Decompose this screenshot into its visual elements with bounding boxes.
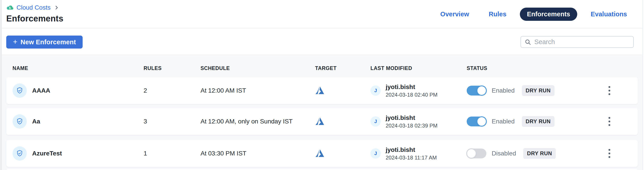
dry-run-badge: DRY RUN <box>523 148 556 159</box>
shield-check-icon <box>12 146 27 160</box>
toggle-knob <box>466 148 476 158</box>
new-enforcement-button-label: New Enforcement <box>20 39 76 46</box>
new-enforcement-button[interactable]: + New Enforcement <box>6 36 82 49</box>
dry-run-badge: DRY RUN <box>522 116 554 127</box>
azure-icon <box>315 149 325 158</box>
cloud-dollar-icon: $ <box>6 5 14 11</box>
table-row[interactable]: AAAA 2 At 12:00 AM IST J jyoti.bisht 202… <box>6 77 638 104</box>
status-toggle[interactable] <box>467 116 486 126</box>
modified-by: jyoti.bisht <box>386 146 437 153</box>
enforcement-name: Aa <box>32 118 40 125</box>
plus-icon: + <box>13 38 18 45</box>
toolbar: + New Enforcement <box>0 29 644 55</box>
tab-evaluations[interactable]: Evaluations <box>591 11 627 18</box>
table-row[interactable]: Aa 3 At 12:00 AM, only on Sunday IST J j… <box>6 108 638 135</box>
search-box[interactable] <box>520 36 634 48</box>
table-row-partial[interactable] <box>6 169 638 170</box>
column-header-name: NAME <box>12 65 144 71</box>
status-toggle[interactable] <box>467 86 486 95</box>
rules-count: 2 <box>144 87 200 94</box>
page-header: $ Cloud Costs Enforcements Overview Rule… <box>0 0 644 28</box>
table-row[interactable]: AzureTest 1 At 03:30 PM IST J jyoti.bish… <box>6 140 638 167</box>
column-header-schedule: SCHEDULE <box>200 65 315 71</box>
schedule-text: At 03:30 PM IST <box>200 150 315 157</box>
header-tabs: Overview Rules Enforcements Evaluations <box>440 0 627 28</box>
enforcements-table: NAME RULES SCHEDULE TARGET LAST MODIFIED… <box>0 56 644 170</box>
tab-rules[interactable]: Rules <box>489 11 506 18</box>
azure-icon <box>315 117 325 126</box>
rules-count: 3 <box>144 118 200 125</box>
status-label: Enabled <box>492 118 515 125</box>
table-header-row: NAME RULES SCHEDULE TARGET LAST MODIFIED… <box>6 56 638 71</box>
column-header-last-modified: LAST MODIFIED <box>370 65 467 71</box>
kebab-menu-icon[interactable] <box>604 146 614 160</box>
azure-icon <box>315 86 325 95</box>
modified-by: jyoti.bisht <box>386 114 438 121</box>
window-right-edge <box>643 0 644 170</box>
shield-check-icon <box>12 114 27 129</box>
breadcrumb-cloud-costs-link[interactable]: Cloud Costs <box>16 4 51 11</box>
window-left-edge <box>0 0 2 170</box>
modified-at: 2024-03-18 02:40 PM <box>386 92 438 98</box>
rules-count: 1 <box>144 150 200 157</box>
enforcements-page: $ Cloud Costs Enforcements Overview Rule… <box>0 0 644 170</box>
tab-enforcements[interactable]: Enforcements <box>520 8 577 21</box>
status-toggle[interactable] <box>467 148 486 158</box>
tab-overview[interactable]: Overview <box>440 11 469 18</box>
enforcement-name: AAAA <box>32 87 50 94</box>
column-header-rules: RULES <box>144 65 200 71</box>
status-label: Enabled <box>492 87 515 94</box>
schedule-text: At 12:00 AM IST <box>200 87 315 94</box>
search-input[interactable] <box>534 38 630 46</box>
search-icon <box>524 39 531 45</box>
avatar: J <box>370 116 381 127</box>
avatar: J <box>370 85 381 96</box>
column-header-status: STATUS <box>467 65 604 71</box>
modified-at: 2024-03-18 02:39 PM <box>386 123 438 129</box>
schedule-text: At 12:00 AM, only on Sunday IST <box>200 118 315 125</box>
shield-check-icon <box>12 83 27 98</box>
svg-text:$: $ <box>9 6 11 10</box>
modified-by: jyoti.bisht <box>386 83 438 91</box>
toggle-knob <box>476 85 487 96</box>
kebab-menu-icon[interactable] <box>604 114 614 129</box>
enforcement-name: AzureTest <box>32 150 62 157</box>
dry-run-badge: DRY RUN <box>522 85 554 96</box>
status-label: Disabled <box>492 150 516 157</box>
chevron-right-icon <box>54 5 59 10</box>
kebab-menu-icon[interactable] <box>604 83 614 98</box>
avatar: J <box>370 148 381 158</box>
toggle-knob <box>476 116 487 127</box>
modified-at: 2024-03-18 11:17 AM <box>386 154 437 161</box>
column-header-target: TARGET <box>315 65 370 71</box>
